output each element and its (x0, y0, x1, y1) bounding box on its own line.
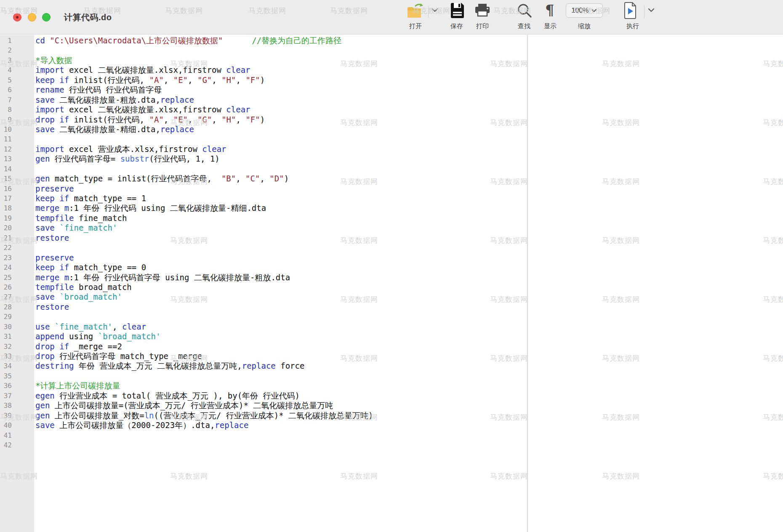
code-line (35, 312, 527, 322)
code-line: save 上市公司碳排放量（2000-2023年）.dta,replace (35, 420, 527, 430)
toolbar-separator (428, 6, 429, 18)
code-line: gen match_type = inlist(行业代码首字母, "B", "C… (35, 174, 527, 184)
code-line: *导入数据 (35, 56, 527, 65)
open-button-label[interactable]: 打开 (402, 22, 429, 30)
line-number: 37 (0, 391, 12, 401)
line-number: 42 (0, 440, 12, 450)
line-number: 28 (0, 302, 12, 312)
line-number: 22 (0, 243, 12, 253)
code-line (35, 371, 527, 381)
line-number: 9 (0, 115, 12, 125)
line-number: 34 (0, 361, 12, 371)
line-number: 3 (0, 56, 12, 65)
line-number: 16 (0, 184, 12, 194)
run-button-label[interactable]: 执行 (620, 22, 646, 30)
line-number: 2 (0, 45, 12, 55)
code-line: restore (35, 302, 527, 312)
code-line: import excel 二氧化碳排放量.xlsx,firstrow clear (35, 105, 527, 114)
find-button-label: 查找 (514, 22, 535, 30)
line-number: 40 (0, 420, 12, 430)
right-pane (528, 35, 783, 532)
line-number: 33 (0, 351, 12, 361)
code-line: append using `broad_match' (35, 332, 527, 341)
save-floppy-icon (450, 3, 464, 19)
fullscreen-button[interactable] (42, 13, 51, 21)
line-number: 18 (0, 203, 12, 213)
code-line: save 二氧化碳排放量-精细.dta,replace (35, 125, 527, 134)
window-title: 计算代码.do (64, 12, 112, 23)
line-number: 31 (0, 332, 12, 341)
toolbar-print-button[interactable]: 打印 (472, 0, 493, 35)
toolbar-zoom-group: 100% 缩放 (566, 0, 603, 35)
run-dropdown-chevron-icon[interactable] (647, 8, 655, 13)
zoom-label: 缩放 (566, 22, 603, 30)
line-number: 30 (0, 322, 12, 332)
line-number: 13 (0, 154, 12, 164)
search-icon (517, 3, 532, 18)
save-button-label: 保存 (446, 22, 467, 30)
code-line: gen 上市公司碳排放量_对数=ln((营业成本_万元/ 行业营业成本)* 二氧… (35, 411, 527, 420)
printer-icon (474, 3, 490, 18)
code-line: destring 年份 营业成本_万元 二氧化碳排放总量万吨,replace f… (35, 361, 527, 371)
line-number: 21 (0, 233, 12, 243)
toolbar-separator (644, 6, 645, 18)
line-number: 29 (0, 312, 12, 322)
code-line: gen 上市公司碳排放量=(营业成本_万元/ 行业营业成本)* 二氧化碳排放总量… (35, 401, 527, 410)
open-folder-icon[interactable] (407, 3, 423, 19)
code-line: save 二氧化碳排放量-粗放.dta,replace (35, 95, 527, 105)
code-area[interactable]: cd "C:\Users\Macrodata\上市公司碳排放数据" //替换为自… (34, 35, 527, 532)
code-line: tempfile broad_match (35, 282, 527, 292)
toolbar-find-button[interactable]: 查找 (514, 0, 535, 35)
line-number: 11 (0, 134, 12, 144)
line-number: 20 (0, 223, 12, 233)
line-number: 12 (0, 144, 12, 154)
titlebar: 计算代码.do 打开 (0, 0, 783, 35)
code-line (35, 134, 527, 144)
line-number: 8 (0, 105, 12, 114)
code-line: tempfile fine_match (35, 213, 527, 223)
print-button-label: 打印 (472, 22, 493, 30)
line-number: 19 (0, 213, 12, 223)
line-number: 41 (0, 431, 12, 440)
line-number: 15 (0, 174, 12, 184)
line-number: 14 (0, 164, 12, 174)
code-line: gen 行业代码首字母= substr(行业代码, 1, 1) (35, 154, 527, 164)
code-line (35, 431, 527, 440)
zoom-level-value: 100% (572, 7, 589, 14)
toolbar-open-group: 打开 (402, 0, 440, 35)
line-number: 1 (0, 36, 12, 45)
code-line: drop if _merge ==2 (35, 342, 527, 351)
editor-main: 1234567891011121314151617181920212223242… (0, 35, 783, 532)
line-number-gutter: 1234567891011121314151617181920212223242… (0, 35, 34, 532)
code-line: keep if match_type == 1 (35, 194, 527, 203)
code-line: merge m:1 年份 行业代码 using 二氧化碳排放量-精细.dta (35, 203, 527, 213)
code-line: preserve (35, 184, 527, 194)
close-button[interactable] (13, 13, 21, 21)
code-line: *计算上市公司碳排放量 (35, 381, 527, 391)
line-number: 36 (0, 381, 12, 391)
minimize-button[interactable] (28, 13, 36, 21)
line-number: 26 (0, 282, 12, 292)
toolbar-show-button[interactable]: ¶ 显示 (540, 0, 561, 35)
code-line: merge m:1 年份 行业代码首字母 using 二氧化碳排放量-粗放.dt… (35, 273, 527, 282)
line-number: 32 (0, 342, 12, 351)
line-number: 39 (0, 411, 12, 420)
open-dropdown-chevron-icon[interactable] (431, 8, 439, 13)
line-number: 38 (0, 401, 12, 410)
zoom-level-select[interactable]: 100% (566, 3, 603, 18)
run-do-icon[interactable] (624, 2, 637, 19)
code-line: rename 行业代码 行业代码首字母 (35, 85, 527, 95)
code-line: keep if inlist(行业代码, "A", "E", "G", "H",… (35, 75, 527, 85)
code-line: egen 行业营业成本 = total( 营业成本_万元 ), by(年份 行业… (35, 391, 527, 401)
line-number: 27 (0, 292, 12, 302)
line-number: 23 (0, 253, 12, 263)
code-line (35, 440, 527, 450)
line-number: 25 (0, 273, 12, 282)
line-number: 7 (0, 95, 12, 105)
toolbar-save-button[interactable]: 保存 (446, 0, 467, 35)
code-line: cd "C:\Users\Macrodata\上市公司碳排放数据" //替换为自… (35, 36, 527, 45)
code-line (35, 243, 527, 253)
code-line: save `fine_match' (35, 223, 527, 233)
code-line: preserve (35, 253, 527, 263)
line-number: 6 (0, 85, 12, 95)
